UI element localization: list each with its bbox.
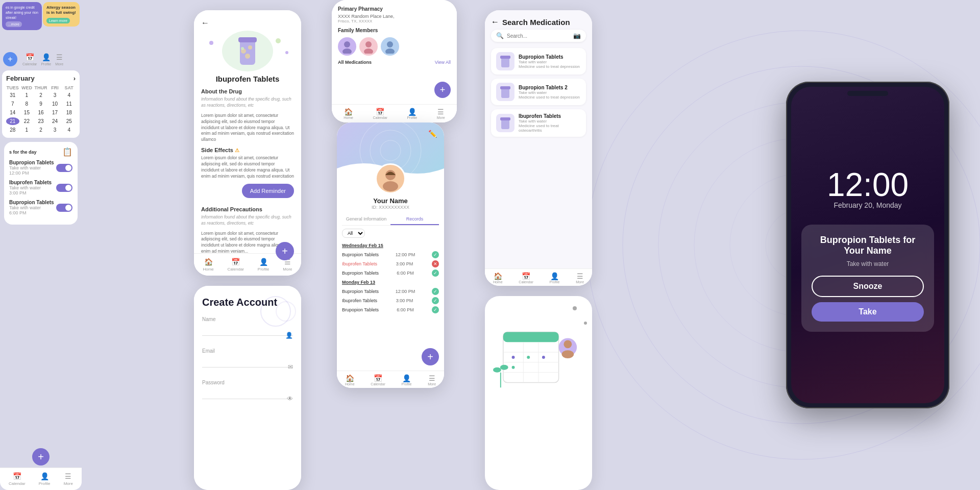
add-task-btn[interactable]: 📋 xyxy=(62,147,72,157)
cal-d-10[interactable]: 10 xyxy=(48,100,62,108)
sm-nav-profile[interactable]: 👤Profile xyxy=(550,272,560,284)
sm-nav-cal[interactable]: 📅Calendar xyxy=(519,272,533,284)
cal-d-24[interactable]: 24 xyxy=(48,117,62,125)
name-field-wrapper: Name 👤 xyxy=(202,316,293,342)
reminder-deco-2 xyxy=(584,322,587,325)
rec-status-0-0: ✓ xyxy=(432,251,439,258)
prof-nav-home[interactable]: 🏠Home xyxy=(345,374,355,386)
password-input[interactable] xyxy=(202,386,293,399)
phone-screen: 12:00 February 20, Monday Bupropion Tabl… xyxy=(791,87,944,403)
sm-nav-more[interactable]: ☰More xyxy=(576,272,584,284)
notif-purple-btn[interactable]: ...more xyxy=(6,21,22,27)
svg-point-41 xyxy=(564,340,572,348)
cal-d-8[interactable]: 8 xyxy=(20,100,34,108)
snooze-btn[interactable]: Snooze xyxy=(812,276,924,297)
profile-tab-records[interactable]: Records xyxy=(390,214,439,225)
svg-point-15 xyxy=(364,48,373,54)
cal-d-15[interactable]: 15 xyxy=(20,109,34,116)
med-result-1[interactable]: Bupropion Tablets 2 Take with water Medi… xyxy=(491,79,586,105)
pharm-nav-cal[interactable]: 📅Calendar xyxy=(373,108,387,119)
learn-more-btn[interactable]: Learn more xyxy=(46,18,70,23)
cal-d-9[interactable]: 9 xyxy=(34,100,47,108)
nav-profile-top[interactable]: 👤 Profile xyxy=(41,53,51,66)
pharmacy-fab[interactable]: + xyxy=(434,82,451,98)
nav-more-top[interactable]: ☰ More xyxy=(55,53,63,66)
about-body: Lorem ipsum dolor sit amet, consectetur … xyxy=(201,113,294,143)
cal-d-2b[interactable]: 2 xyxy=(34,126,47,134)
nav-calendar[interactable]: 📅 Calendar xyxy=(22,53,37,66)
task-time-1: 3:00 PM xyxy=(9,190,52,195)
cal-d-4a[interactable]: 4 xyxy=(62,91,76,99)
cal-d-21[interactable]: 21 xyxy=(6,117,19,125)
cal-d-7[interactable]: 7 xyxy=(6,100,19,108)
profile-name: Your Name xyxy=(337,197,444,205)
phone-device-frame: 12:00 February 20, Monday Bupropion Tabl… xyxy=(786,82,949,408)
cal-d-28[interactable]: 28 xyxy=(6,126,19,134)
task-toggle-0[interactable] xyxy=(56,164,72,172)
cal-next[interactable]: › xyxy=(74,75,76,82)
nav-more-bottom[interactable]: ☰ More xyxy=(64,472,73,486)
med-result-2[interactable]: Ibuprofen Tablets Take with water Medici… xyxy=(491,109,586,137)
filter-select[interactable]: All xyxy=(342,229,365,238)
med-result-name-2: Ibuprofen Tablets xyxy=(519,113,581,119)
record-date-0: Wednesday Feb 15 xyxy=(337,241,444,250)
profile-tab-general[interactable]: General Information xyxy=(342,214,390,225)
cal-d-1a[interactable]: 1 xyxy=(20,91,34,99)
med-result-0[interactable]: Bupropion Tablets Take with water Medici… xyxy=(491,48,586,75)
dd-nav-home[interactable]: 🏠Home xyxy=(203,258,213,272)
cal-d-23[interactable]: 23 xyxy=(34,117,47,125)
svg-rect-7 xyxy=(238,37,257,42)
cal-d-31[interactable]: 31 xyxy=(6,91,19,99)
profile-edit-btn[interactable]: ✏️ xyxy=(428,130,437,138)
cal-d-17[interactable]: 17 xyxy=(48,109,62,116)
take-btn[interactable]: Take xyxy=(812,302,924,322)
drug-detail-fab[interactable]: + xyxy=(276,242,294,260)
svg-point-38 xyxy=(542,356,545,359)
left-fab-btn[interactable]: + xyxy=(32,448,50,465)
pharm-nav-profile[interactable]: 👤Profile xyxy=(407,108,417,119)
dd-nav-profile[interactable]: 👤Profile xyxy=(258,258,270,272)
add-reminder-btn[interactable]: Add Reminder xyxy=(242,184,294,198)
task-toggle-1[interactable] xyxy=(56,184,72,192)
prof-nav-profile[interactable]: 👤Profile xyxy=(402,374,412,386)
prof-nav-more[interactable]: ☰More xyxy=(428,374,436,386)
task-sub-2: Take with water xyxy=(9,205,54,210)
pharm-nav-home[interactable]: 🏠Home xyxy=(344,108,353,119)
cal-d-22[interactable]: 22 xyxy=(20,117,34,125)
camera-icon[interactable]: 📷 xyxy=(573,32,581,39)
nav-calendar-bottom[interactable]: 📅 Calendar xyxy=(9,472,25,486)
cal-d-18[interactable]: 18 xyxy=(62,109,76,116)
records-section: Wednesday Feb 15 Bupropion Tablets 12:00… xyxy=(337,241,444,314)
family-avatar-2[interactable] xyxy=(381,37,399,56)
cal-d-14[interactable]: 14 xyxy=(6,109,19,116)
search-input[interactable] xyxy=(507,33,573,39)
cal-d-3a[interactable]: 3 xyxy=(48,91,62,99)
family-avatar-0[interactable] xyxy=(338,37,356,56)
drug-detail-back[interactable]: ← xyxy=(201,18,294,28)
cal-d-16[interactable]: 16 xyxy=(34,109,47,116)
record-item-0-1: Ibuprofen Tablets 3:00 PM ✕ xyxy=(337,259,444,268)
cal-d-1b[interactable]: 1 xyxy=(20,126,34,134)
nav-profile-bottom[interactable]: 👤 Profile xyxy=(39,472,51,486)
dd-nav-cal[interactable]: 📅Calendar xyxy=(228,258,244,272)
add-button[interactable]: + xyxy=(3,52,17,66)
cal-d-25[interactable]: 25 xyxy=(62,117,76,125)
med-result-sub1-2: Take with water xyxy=(519,119,581,124)
prof-nav-cal[interactable]: 📅Calendar xyxy=(371,374,385,386)
svg-point-20 xyxy=(380,140,401,161)
cal-d-3b[interactable]: 3 xyxy=(48,126,62,134)
family-avatar-1[interactable] xyxy=(359,37,378,56)
name-input[interactable] xyxy=(202,323,293,336)
pharm-nav-more[interactable]: ☰More xyxy=(437,108,445,119)
cal-d-11[interactable]: 11 xyxy=(62,100,76,108)
svg-rect-30 xyxy=(503,332,559,342)
cal-d-4b[interactable]: 4 xyxy=(62,126,76,134)
cal-d-2a[interactable]: 2 xyxy=(34,91,47,99)
profile-fab[interactable]: + xyxy=(422,348,439,365)
email-input[interactable] xyxy=(202,355,293,368)
sm-nav-home[interactable]: 🏠Home xyxy=(493,272,503,284)
view-all-btn[interactable]: View All xyxy=(435,60,451,65)
tasks-header: s for the day xyxy=(9,150,37,155)
search-med-back[interactable]: ← Search Medication xyxy=(491,17,586,27)
task-toggle-2[interactable] xyxy=(56,204,72,212)
